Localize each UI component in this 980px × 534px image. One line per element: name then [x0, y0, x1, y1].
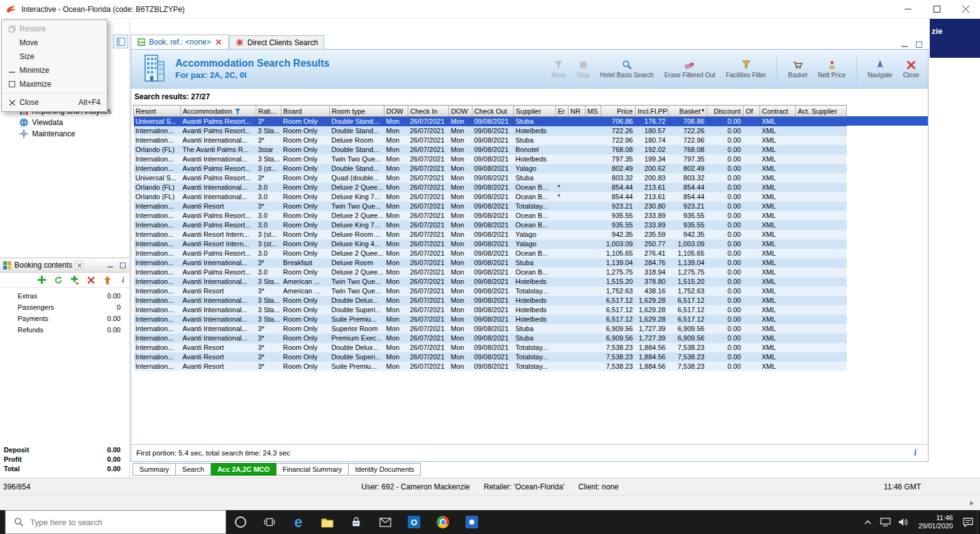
upload-icon[interactable]: [102, 275, 112, 285]
panel-toggle-button[interactable]: [113, 35, 128, 48]
close-results-button[interactable]: Close: [903, 59, 919, 79]
table-row[interactable]: Internation...Avanti Palms Resort...3.0R…: [134, 211, 847, 221]
table-row[interactable]: Orlando (FL)Avanti International...3.0Ro…: [134, 183, 847, 192]
refresh-icon[interactable]: [53, 275, 63, 285]
maximize-button[interactable]: [922, 0, 951, 18]
column-header-basket[interactable]: Basket▾: [668, 106, 707, 117]
table-row[interactable]: Internation...Avanti Resort3*Room OnlySu…: [134, 362, 847, 371]
column-header-price[interactable]: Price: [601, 106, 636, 117]
file-explorer-icon[interactable]: [313, 510, 342, 534]
menu-item-minimize[interactable]: Minimize: [2, 63, 107, 77]
table-row[interactable]: Internation...Avanti International...3 S…: [134, 305, 847, 315]
table-row[interactable]: Universal S...Avanti Palms Resort...3*Ro…: [134, 173, 847, 183]
mail-icon[interactable]: [371, 510, 400, 534]
column-header-dow[interactable]: DOW: [384, 106, 408, 117]
taskbar-clock[interactable]: 11:46 29/01/2020: [918, 514, 953, 530]
column-header-supplier[interactable]: Supplier: [514, 106, 556, 117]
table-row[interactable]: Orlando (FL)Avanti International...3.0Ro…: [134, 192, 847, 202]
table-row[interactable]: Orlando (FL)The Avanti Palms R...3starRo…: [134, 145, 847, 155]
table-row[interactable]: Internation...Avanti Resort3*Room OnlyDo…: [134, 343, 847, 352]
table-row[interactable]: Internation...Avanti International...3*R…: [134, 334, 847, 343]
sidebar-item-maintenance[interactable]: Maintenance: [0, 128, 129, 139]
booking-info-icon[interactable]: i: [122, 275, 124, 285]
table-row[interactable]: Internation...Avanti Resort Intern...3 (…: [134, 239, 847, 249]
tab-financial-summary[interactable]: Financial Summary: [276, 463, 349, 476]
table-row[interactable]: Internation...Avanti Resort Intern...3 (…: [134, 230, 847, 239]
table-row[interactable]: Internation...Avanti Resort3*American ..…: [134, 286, 847, 296]
scroll-right-icon[interactable]: [965, 497, 979, 509]
filter-icon[interactable]: [235, 109, 241, 114]
table-row[interactable]: Internation...Avanti Palms Resort...3 St…: [134, 126, 847, 136]
table-row[interactable]: Internation...Avanti Palms Resort...3.0R…: [134, 268, 847, 277]
network-icon[interactable]: [877, 510, 895, 534]
sidebar-item-viewdata[interactable]: Viewdata: [0, 117, 129, 128]
taskbar-search[interactable]: [5, 510, 226, 534]
column-header-dow[interactable]: DOW: [449, 106, 472, 117]
app-icon[interactable]: [457, 510, 486, 534]
table-row[interactable]: Internation...Avanti International...3*B…: [134, 258, 847, 268]
add-icon[interactable]: [36, 275, 47, 285]
nett-price-button[interactable]: Nett Price: [818, 59, 846, 79]
tab-identity-documents[interactable]: Identity Documents: [349, 463, 421, 476]
info-icon[interactable]: i: [914, 448, 917, 458]
tab-book-ref[interactable]: Book. ref.: <none>: [131, 35, 229, 49]
delete-icon[interactable]: [85, 275, 96, 285]
column-header-room-type[interactable]: Room type: [330, 106, 384, 117]
table-row[interactable]: Internation...Avanti International...3*R…: [134, 136, 847, 145]
task-view-icon[interactable]: [255, 510, 284, 534]
column-header-nr[interactable]: NR: [569, 106, 585, 117]
column-header-of[interactable]: Of: [744, 106, 760, 117]
table-row[interactable]: Universal S...Avanti Palms Resort...3*Ro…: [134, 117, 847, 127]
panel-restore-icon[interactable]: [914, 40, 923, 49]
minimize-button[interactable]: [893, 0, 922, 18]
booking-maximize-icon[interactable]: [118, 261, 127, 270]
table-row[interactable]: Internation...Avanti International...3 S…: [134, 155, 847, 164]
horizontal-scrollbar[interactable]: [0, 495, 980, 510]
column-header-check-in[interactable]: Check In: [408, 106, 449, 117]
basket-button[interactable]: Basket: [788, 59, 807, 79]
menu-item-size[interactable]: Size: [2, 50, 107, 63]
action-center-icon[interactable]: [959, 510, 977, 534]
navigate-button[interactable]: Navigate: [868, 59, 892, 79]
add-option-icon[interactable]: [69, 275, 80, 285]
booking-close-icon[interactable]: [75, 261, 84, 270]
volume-icon[interactable]: [895, 510, 912, 534]
chrome-icon[interactable]: [428, 510, 457, 534]
table-row[interactable]: Internation...Avanti Palms Resort...3.0R…: [134, 221, 847, 230]
table-row[interactable]: Internation...Avanti International...3 S…: [134, 296, 847, 305]
store-icon[interactable]: [342, 510, 371, 534]
tab-search[interactable]: Search: [176, 463, 211, 476]
column-header-contract[interactable]: Contract: [760, 106, 796, 117]
tab-close-icon[interactable]: [215, 38, 222, 46]
column-header-act-supplier[interactable]: Act. Supplier: [796, 106, 847, 117]
booking-minimize-icon[interactable]: [106, 261, 114, 270]
search-input[interactable]: [30, 518, 200, 527]
tab-summary[interactable]: Summary: [133, 463, 176, 476]
table-row[interactable]: Internation...Avanti International...3 S…: [134, 315, 847, 324]
tab-direct-clients-search[interactable]: Direct Clients Search: [229, 35, 325, 49]
column-header-discount[interactable]: Discount: [707, 106, 744, 117]
column-header-resort[interactable]: Resort: [134, 106, 181, 117]
show-desktop-button[interactable]: [977, 510, 980, 534]
column-header-incl-fl-pp[interactable]: Incl.Fl.PP: [636, 106, 668, 117]
column-header-er[interactable]: Er: [556, 106, 569, 117]
tray-expand-icon[interactable]: [859, 510, 877, 534]
table-row[interactable]: Internation...Avanti International...3*R…: [134, 324, 847, 334]
erase-filtered-out-button[interactable]: Erase Filtered Out: [664, 59, 715, 79]
edge-icon[interactable]: e: [284, 510, 313, 534]
table-row[interactable]: Internation...Avanti Resort3*Room OnlyTw…: [134, 202, 847, 211]
column-header-rati[interactable]: Rati...: [256, 106, 281, 117]
table-row[interactable]: Internation...Avanti Resort3*Room OnlyDo…: [134, 352, 847, 362]
menu-item-close[interactable]: Close Alt+F4: [2, 95, 107, 109]
column-header-board[interactable]: Board: [281, 106, 330, 117]
hotel-basis-search-button[interactable]: Hotel Basis Search: [600, 59, 653, 79]
table-row[interactable]: Internation...Avanti International...3 S…: [134, 277, 847, 286]
tab-acc-mco[interactable]: Acc 2A,2C MCO: [211, 463, 276, 476]
facilities-filter-button[interactable]: Facilities Filter: [726, 59, 766, 79]
panel-minimize-icon[interactable]: [900, 40, 909, 49]
menu-item-maximize[interactable]: Maximize: [2, 77, 107, 91]
outlook-icon[interactable]: O: [400, 510, 428, 534]
column-header-ms[interactable]: MS: [585, 106, 601, 117]
menu-item-move[interactable]: Move: [2, 36, 107, 50]
column-header-check-out[interactable]: Check Out: [472, 106, 514, 117]
